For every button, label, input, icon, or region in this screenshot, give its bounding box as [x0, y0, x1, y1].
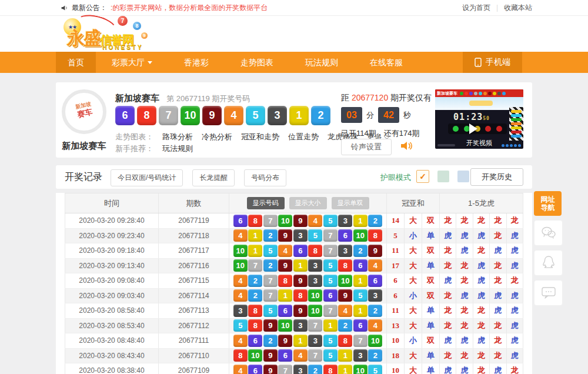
nav-item-trend-charts[interactable]: 走势图表 — [225, 52, 289, 73]
row-dragon-tiger: 虎 — [507, 259, 523, 273]
result-ball: 10 — [248, 349, 262, 362]
link-sum-trend[interactable]: 冠亚和走势 — [241, 132, 279, 142]
table-row: 2020-03-20 09:28:40206771196871094531214… — [65, 213, 523, 229]
result-ball: 6 — [353, 319, 368, 332]
row-size: 大 — [405, 303, 422, 318]
result-ball: 2 — [368, 215, 382, 227]
show-numbers-button[interactable]: 显示号码 — [247, 197, 285, 209]
row-balls: 58910371264 — [229, 319, 387, 333]
row-dragon-tiger: 龙 — [490, 333, 506, 348]
result-ball: 2 — [338, 319, 352, 332]
result-ball: 9 — [263, 319, 278, 332]
row-period: 20677113 — [159, 303, 229, 318]
theme-swatch-green[interactable] — [437, 171, 449, 182]
result-ball: 7 — [263, 275, 278, 287]
nav-item-rules[interactable]: 玩法规则 — [289, 52, 354, 73]
result-ball: 1 — [248, 245, 262, 257]
result-ball: 4 — [233, 289, 248, 302]
result-ball: 10 — [233, 259, 248, 272]
result-ball: 5 — [323, 335, 338, 347]
bell-settings-button[interactable]: 铃声设置 — [341, 139, 392, 155]
result-ball: 5 — [308, 229, 322, 242]
row-balls: 68710945312 — [229, 213, 387, 228]
row-dragon-tiger: 龙 — [473, 243, 490, 258]
result-ball: 6 — [353, 259, 368, 272]
result-ball: 2 — [248, 275, 262, 287]
row-period: 20677111 — [159, 333, 229, 348]
result-ball: 9 — [202, 106, 222, 125]
wechat-button[interactable] — [534, 220, 563, 246]
sound-on-icon[interactable] — [400, 140, 413, 154]
row-dragon-tiger: 龙 — [440, 303, 456, 318]
nav-item-lottery-hall[interactable]: 彩票大厅 — [96, 52, 168, 73]
result-ball: 5 — [323, 215, 338, 227]
show-oddeven-button[interactable]: 显示单双 — [332, 197, 369, 209]
table-row: 2020-03-20 08:58:40206771133856910741211… — [65, 303, 523, 319]
result-ball: 1 — [293, 259, 308, 272]
result-ball: 8 — [233, 349, 248, 362]
row-balls: 46291358710 — [229, 333, 387, 348]
theme-swatch-blue[interactable] — [457, 171, 469, 182]
result-ball: 5 — [263, 305, 278, 317]
site-logo[interactable]: ★★ 7 8 9 永盛信誉网 HONESTY — [64, 17, 193, 51]
draw-progress: 已开114期，还有174期 — [341, 128, 419, 139]
result-ball: 9 — [278, 229, 292, 242]
tab-number-distribution[interactable]: 号码分布 — [244, 169, 286, 186]
records-title: 开奖记录 — [65, 171, 102, 183]
row-period: 20677114 — [159, 289, 229, 303]
table-row: 2020-03-20 08:43:40206771108109647513218… — [65, 349, 523, 364]
result-ball: 9 — [368, 245, 382, 257]
row-parity: 双 — [422, 333, 440, 348]
link-play-rules[interactable]: 玩法规则 — [162, 143, 193, 154]
nav-item-customer-service[interactable]: 在线客服 — [354, 52, 419, 73]
play-icon[interactable] — [469, 123, 477, 134]
eye-mode-checkbox[interactable]: ✓ — [416, 170, 429, 183]
newbie-row: 新手推荐： 玩法规则 — [115, 143, 193, 154]
row-dragon-tiger: 虎 — [490, 289, 506, 303]
countdown-minutes: 03 — [341, 107, 362, 123]
video-race-list — [509, 107, 523, 141]
traffic-light-icon — [448, 123, 507, 134]
draw-balls: 68710945312 — [115, 106, 330, 125]
row-period: 20677116 — [159, 259, 229, 273]
set-home-link[interactable]: 设为首页 — [462, 3, 490, 13]
row-period: 20677119 — [159, 213, 229, 228]
row-sum: 13 — [387, 319, 405, 333]
row-time: 2020-03-20 08:48:40 — [65, 333, 159, 348]
row-dragon-tiger: 虎 — [473, 229, 490, 243]
mobile-version-button[interactable]: 手机端 — [463, 52, 522, 73]
row-dragon-tiger: 龙 — [473, 319, 490, 333]
result-ball: 4 — [368, 259, 382, 272]
row-sum: 17 — [387, 259, 405, 273]
tab-streak-alert[interactable]: 长龙提醒 — [192, 169, 235, 186]
tab-today-stats[interactable]: 今日双面/号码统计 — [111, 169, 183, 186]
result-ball: 1 — [293, 335, 308, 347]
row-dragon-tiger: 龙 — [440, 349, 456, 363]
row-dragon-tiger: 龙 — [440, 289, 456, 303]
row-dragon-tiger: 龙 — [473, 363, 490, 374]
nav-item-hongkong[interactable]: 香港彩 — [168, 52, 225, 73]
row-size: 大 — [405, 243, 422, 258]
favorite-link[interactable]: 收藏本站 — [504, 3, 532, 13]
history-button[interactable]: 开奖历史 — [470, 168, 523, 186]
result-ball: 6 — [338, 229, 352, 242]
result-ball: 1 — [278, 289, 292, 302]
result-ball: 2 — [311, 106, 330, 125]
link-position-trend[interactable]: 位置走势 — [288, 132, 319, 142]
result-ball: 8 — [137, 106, 156, 125]
link-roadbead-analysis[interactable]: 路珠分析 — [162, 132, 193, 142]
row-time: 2020-03-20 09:28:40 — [65, 213, 159, 228]
site-nav-button[interactable]: 网址导航 — [534, 191, 562, 216]
table-row: 2020-03-20 08:53:40206771125891037126413… — [65, 319, 523, 334]
nav-item-home[interactable]: 首页 — [56, 52, 96, 73]
link-hotcold-analysis[interactable]: 冷热分析 — [202, 132, 232, 142]
row-dragon-tiger: 龙 — [440, 243, 456, 258]
qq-button[interactable] — [534, 250, 563, 276]
row-dragon-tiger: 虎 — [507, 243, 523, 258]
row-size: 大 — [405, 319, 422, 333]
row-parity: 单 — [422, 303, 440, 318]
speaker-icon — [61, 4, 68, 12]
feedback-button[interactable] — [534, 280, 563, 306]
show-bigsmall-button[interactable]: 显示大小 — [289, 197, 327, 209]
draw-video-player[interactable]: 新加坡赛车 01:2350 开 — [435, 89, 523, 149]
